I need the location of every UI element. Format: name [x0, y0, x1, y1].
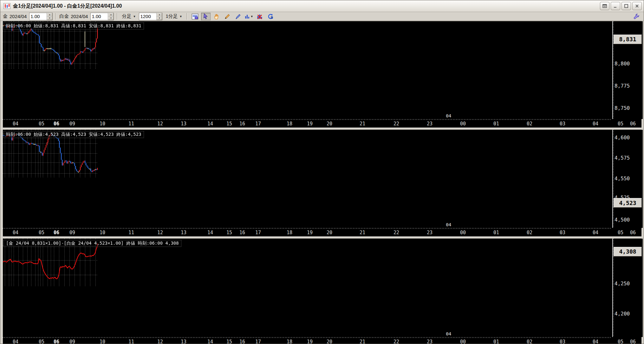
x-tick-label: 17	[255, 121, 261, 127]
date-marker: 04	[446, 113, 451, 118]
y-tick-label: 4,575	[615, 155, 630, 161]
chart-settings-button[interactable]	[190, 13, 200, 20]
x-tick-label: 01	[493, 339, 499, 344]
x-tick-label: 11	[128, 339, 134, 344]
x-tick-label: 19	[307, 121, 313, 127]
y-tick-label: 4,500	[615, 217, 630, 223]
x-tick-label: 18	[287, 339, 292, 344]
x-tick-label: 00	[460, 339, 466, 344]
x-tick-label: 17	[255, 230, 261, 235]
bar-count-input[interactable]	[139, 13, 156, 20]
x-tick-label: 06	[630, 339, 636, 344]
x-tick-label: 09	[69, 230, 75, 235]
bartype-label: 1分足	[166, 13, 178, 19]
chevron-down-icon: ▼	[179, 15, 182, 18]
platinum-label: 白金	[59, 13, 69, 19]
restore-icon	[602, 4, 607, 8]
plot-area: 時刻:06:00 始値:8,831 高値:8,831 安値:8,831 終値:8…	[3, 21, 612, 119]
x-tick-label: 13	[181, 339, 186, 344]
hand-button[interactable]	[212, 13, 221, 20]
refresh-b-button[interactable]: B	[266, 13, 275, 20]
x-tick-label: 12	[157, 121, 163, 127]
bar-chart-button[interactable]: ▼	[244, 13, 254, 20]
time-axis: 0405060910111213141516171819202122230001…	[3, 337, 641, 344]
x-tick-label: 20	[327, 121, 332, 127]
spin-up-icon[interactable]: ▲	[108, 13, 114, 17]
spin-down-icon[interactable]: ▼	[47, 17, 52, 20]
x-tick-label: 04	[13, 121, 18, 127]
chevron-down-icon: ▼	[133, 15, 136, 18]
x-tick-label: 13	[181, 121, 186, 127]
spin-up-icon[interactable]: ▲	[157, 13, 162, 17]
x-tick-label: 19	[307, 339, 313, 344]
gold-ratio-spinner[interactable]: ▲ ▼	[29, 13, 53, 20]
bar-count-spinner[interactable]: ▲ ▼	[139, 13, 162, 20]
x-tick-label: 21	[360, 230, 365, 235]
maximize-button[interactable]	[621, 2, 631, 10]
date-marker: 04	[446, 331, 451, 336]
bartype-dropdown[interactable]: 1分足 ▼	[164, 13, 183, 20]
toolbar-separator	[55, 13, 56, 20]
app-window: 金1分足[2024/04]1.00 - 白金1分足[2024/04]1.00 金…	[0, 0, 644, 344]
info-readout: 時刻:06:00 始値:4,523 高値:4,523 安値:4,523 終値:4…	[3, 131, 144, 138]
gold-label: 金	[3, 13, 8, 19]
x-tick-label: 10	[100, 121, 105, 127]
x-tick-label: 16	[239, 339, 245, 344]
x-tick-label: 21	[360, 121, 365, 127]
x-tick-label: 01	[493, 121, 499, 127]
marker-button[interactable]	[233, 13, 243, 20]
refresh-b-icon: B	[267, 13, 274, 20]
x-tick-label: 06	[630, 121, 636, 127]
x-tick-label: 04	[13, 230, 18, 235]
cursor-icon	[203, 13, 209, 20]
minimize-button[interactable]	[611, 2, 620, 10]
pencil-button[interactable]	[223, 13, 232, 20]
close-button[interactable]	[632, 2, 642, 10]
spin-down-icon[interactable]: ▼	[108, 17, 114, 20]
x-tick-label: 20	[327, 230, 332, 235]
price-axis[interactable]: 4,6004,5754,5504,5254,5004,523	[612, 130, 643, 228]
settings-wrench-button[interactable]	[632, 13, 641, 20]
x-tick-label: 04	[13, 339, 18, 344]
bar-chart-icon	[244, 13, 250, 20]
spin-down-icon[interactable]: ▼	[157, 17, 162, 20]
x-tick-label: 02	[527, 339, 532, 344]
panel-separator	[3, 236, 641, 239]
x-tick-label: 06	[54, 121, 59, 127]
bar-chart-clear-icon	[257, 13, 263, 20]
x-tick-label: 12	[157, 230, 163, 235]
x-tick-label: 14	[207, 230, 213, 235]
bar-chart-clear-button[interactable]	[255, 13, 264, 20]
price-axis[interactable]: 8,8258,8008,7758,7508,831	[612, 21, 643, 119]
marker-icon	[235, 13, 241, 20]
x-tick-label: 17	[255, 339, 261, 344]
wrench-icon	[633, 13, 640, 20]
platinum-ratio-input[interactable]	[91, 13, 108, 20]
spin-up-icon[interactable]: ▲	[47, 13, 52, 17]
app-icon	[3, 3, 10, 9]
x-tick-label: 05	[39, 339, 44, 344]
y-tick-label: 4,600	[615, 135, 630, 141]
platinum-ratio-spinner[interactable]: ▲ ▼	[90, 13, 114, 20]
gold-ratio-input[interactable]	[29, 13, 47, 20]
x-tick-label: 02	[527, 230, 532, 235]
y-tick-label: 8,775	[615, 83, 630, 89]
interval-dropdown[interactable]: 分足 ▼	[120, 13, 137, 20]
x-tick-label: 15	[226, 230, 232, 235]
x-tick-label: 04	[593, 339, 598, 344]
plot-area: [金 24/04 8,831×1.00]-[白金 24/04 4,523×1.0…	[3, 239, 612, 337]
x-tick-label: 18	[287, 121, 292, 127]
x-tick-label: 16	[239, 121, 245, 127]
cursor-button[interactable]	[201, 13, 211, 20]
pencil-icon	[224, 13, 231, 20]
x-tick-label: 15	[226, 121, 232, 127]
x-tick-label: 03	[560, 230, 565, 235]
window-buttons	[600, 2, 642, 10]
maximize-icon	[624, 4, 628, 8]
x-tick-label: 05	[618, 121, 623, 127]
restore-window-button[interactable]	[600, 2, 609, 10]
x-tick-label: 05	[618, 339, 623, 344]
chart-panel-gold-1min: 時刻:06:00 始値:8,831 高値:8,831 安値:8,831 終値:8…	[3, 21, 641, 128]
x-tick-label: 19	[307, 230, 313, 235]
price-axis[interactable]: 4,3004,2504,2004,308	[612, 239, 643, 337]
